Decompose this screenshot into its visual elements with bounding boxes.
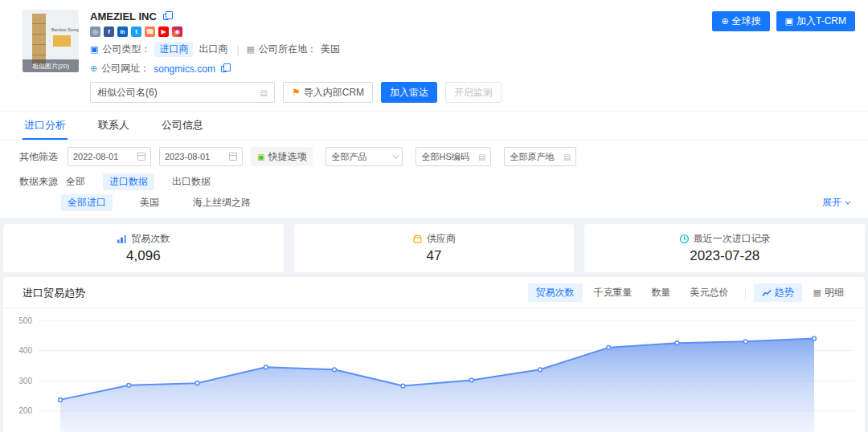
stat-label: 贸易次数 (131, 232, 170, 246)
svg-text:500: 500 (18, 316, 32, 325)
company-header: Bamboo Storage Shelf 相似图片(20) AMEZIEL IN… (0, 0, 868, 111)
source-option-export[interactable]: 出口数据 (166, 173, 217, 190)
origin-input[interactable]: 全部原产地 ▤ (504, 147, 576, 166)
facebook-icon[interactable]: f (104, 26, 114, 37)
website-icon[interactable]: ◎ (90, 26, 100, 37)
expand-list-icon: ▤ (260, 88, 268, 97)
chevron-down-icon (393, 152, 399, 158)
tab-company-info[interactable]: 公司信息 (160, 112, 205, 140)
quick-options-icon: ▣ (257, 153, 264, 161)
list-icon: ▤ (563, 153, 571, 161)
date-from-input[interactable]: 2022-08-01 (68, 147, 151, 166)
import-trend-card: 进口贸易趋势 贸易次数 千克重量 数量 美元总价 趋势 ▦ 明细 0100200… (3, 277, 865, 432)
company-name: AMEZIEL INC (90, 10, 157, 22)
youtube-icon[interactable]: ▶ (158, 26, 169, 37)
stat-value: 4,096 (126, 248, 161, 264)
expand-filters-button[interactable]: 展开 (822, 196, 849, 210)
importer-tag[interactable]: 进口商 (154, 42, 193, 57)
calendar-icon (137, 153, 145, 161)
view-detail-button[interactable]: ▦ 明细 (805, 283, 852, 302)
date-to-input[interactable]: 2023-08-01 (159, 147, 243, 166)
sub-option-usa[interactable]: 美国 (133, 194, 166, 211)
stat-label: 供应商 (427, 232, 456, 246)
svg-text:300: 300 (18, 377, 32, 385)
twitter-icon[interactable]: t (131, 26, 141, 37)
flag-icon: ⚑ (292, 87, 301, 98)
tab-import-analysis[interactable]: 进口分析 (23, 112, 68, 140)
metric-trade-count[interactable]: 贸易次数 (528, 283, 583, 302)
global-search-button[interactable]: ⊕ 全球搜 (712, 11, 769, 31)
svg-text:200: 200 (18, 406, 32, 415)
location-label: 公司所在地： (259, 43, 317, 56)
company-type-label: 公司类型： (102, 43, 150, 56)
add-tcrm-button[interactable]: ▣ 加入T-CRM (776, 11, 855, 31)
source-option-all[interactable]: 全部 (59, 173, 92, 190)
company-type-icon: ▣ (90, 44, 98, 55)
table-grid-icon: ▦ (813, 287, 821, 298)
calendar-icon (229, 153, 237, 161)
building-icon: ▦ (247, 44, 255, 55)
linkedin-icon[interactable]: in (117, 26, 128, 37)
stat-cards: 贸易次数 4,096 供应商 47 最近一次进口记录 2023-07-28 (0, 218, 868, 277)
similar-company-input[interactable]: 相似公司名(6) ▤ (90, 82, 275, 103)
stat-last-import: 最近一次进口记录 2023-07-28 (584, 224, 865, 272)
trend-chart: 01002003004005002022-082022-092022-10202… (3, 308, 865, 432)
company-photo[interactable]: Bamboo Storage Shelf 相似图片(20) (23, 10, 79, 72)
website-link[interactable]: songmics.com (154, 63, 215, 75)
sub-option-maritime-silk-road[interactable]: 海上丝绸之路 (186, 194, 257, 211)
clock-icon (679, 234, 690, 244)
other-filter-label: 其他筛选 (19, 150, 58, 164)
hs-code-input[interactable]: 全部HS编码 ▤ (416, 147, 491, 166)
tab-contacts[interactable]: 联系人 (96, 112, 131, 140)
data-source-label: 数据来源 (19, 175, 58, 189)
metric-kg-weight[interactable]: 千克重量 (586, 283, 641, 302)
chevron-down-icon (845, 199, 850, 205)
import-crm-button[interactable]: ⚑ 导入内部CRM (283, 82, 373, 103)
product-select[interactable]: 全部产品 (326, 147, 403, 166)
copy-icon[interactable] (163, 14, 169, 20)
main-tabs: 进口分析 联系人 公司信息 (0, 111, 868, 141)
photo-caption: Bamboo Storage Shelf (51, 27, 79, 32)
bar-chart-icon (117, 234, 127, 244)
photo-box-graphic (53, 35, 71, 47)
quick-options-button[interactable]: ▣ 快捷选项 (251, 147, 313, 166)
metric-usd-total[interactable]: 美元总价 (682, 283, 737, 302)
metric-quantity[interactable]: 数量 (644, 283, 679, 302)
copy-icon[interactable] (221, 66, 227, 72)
stat-suppliers: 供应商 47 (294, 224, 575, 272)
stat-value: 47 (427, 248, 442, 264)
chart-title: 进口贸易趋势 (23, 286, 85, 300)
phone-icon[interactable]: ☎ (145, 26, 155, 37)
similar-images-overlay[interactable]: 相似图片(20) (23, 59, 79, 72)
stat-label: 最近一次进口记录 (694, 232, 771, 246)
website-label: 公司网址： (101, 62, 149, 75)
add-radar-button[interactable]: 加入雷达 (381, 82, 437, 103)
view-trend-button[interactable]: 趋势 (754, 283, 802, 302)
instagram-icon[interactable]: ◉ (172, 26, 182, 37)
stat-trade-count: 贸易次数 4,096 (3, 224, 284, 272)
line-chart-icon (762, 289, 772, 297)
tcrm-icon: ▣ (785, 16, 793, 26)
start-monitor-button[interactable]: 开启监测 (445, 82, 502, 103)
filter-panel: 其他筛选 2022-08-01 2023-08-01 ▣ 快捷选项 全部产品 全… (0, 141, 868, 218)
globe-icon: ⊕ (90, 63, 97, 74)
svg-text:400: 400 (18, 346, 32, 355)
globe-icon: ⊕ (721, 16, 728, 26)
stat-value: 2023-07-28 (690, 248, 760, 264)
sub-option-all-import[interactable]: 全部进口 (61, 194, 113, 211)
supplier-box-icon (412, 234, 423, 244)
exporter-tag[interactable]: 出口商 (197, 42, 229, 57)
source-option-import[interactable]: 进口数据 (103, 173, 154, 190)
location-value: 美国 (321, 43, 340, 56)
list-icon: ▤ (478, 153, 485, 161)
